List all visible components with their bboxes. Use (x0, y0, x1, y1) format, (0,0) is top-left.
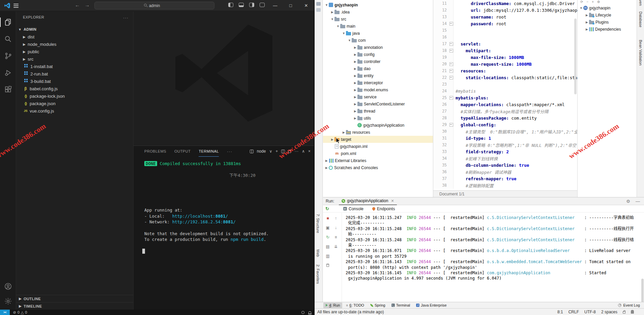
search-sidebar-icon[interactable] (0, 32, 16, 46)
remote-indicator[interactable]: >< (0, 310, 10, 315)
tree-item[interactable]: ▼main (323, 23, 433, 30)
editor-line[interactable]: 36 #刷新mapper 调试神器 (433, 168, 577, 175)
split-terminal-icon[interactable] (281, 150, 285, 153)
panel-tab-output[interactable]: OUTPUT (174, 146, 191, 157)
explorer-item[interactable]: {}package.json (16, 100, 133, 107)
endpoints-tab[interactable]: Endpoints (372, 207, 395, 211)
tree-item[interactable]: ▶utils (323, 115, 433, 122)
terminal-output[interactable]: DONE Compiled successfully in 13881ms 下午… (134, 157, 314, 254)
tree-item[interactable]: gxjyzhaopin.iml (323, 143, 433, 150)
chevron-right-icon[interactable]: ▶ (353, 109, 357, 113)
chevron-right-icon[interactable]: ▶ (353, 117, 357, 120)
editor-line[interactable]: 34 #驼峰下划线转换 (433, 155, 577, 162)
chevron-right-icon[interactable]: ▶ (585, 13, 589, 17)
tree-item[interactable]: ▶.idea (323, 8, 433, 15)
panel-tabs-more-icon[interactable]: ··· (227, 149, 232, 154)
maven-toolwindow-tab[interactable]: Maven (639, 0, 643, 6)
print-icon[interactable]: ▥ (325, 253, 330, 259)
explorer-item[interactable]: 3-build.bat (16, 77, 133, 85)
chevron-right-icon[interactable]: ▶ (353, 46, 357, 49)
close-panel-icon[interactable]: × (308, 149, 311, 154)
tree-item[interactable]: ▼com (323, 37, 433, 44)
chevron-down-icon[interactable]: ▼ (336, 25, 340, 28)
inspections-hector-icon[interactable] (631, 310, 634, 314)
command-center-search[interactable] (94, 2, 214, 9)
toolwindow-button-java-enterprise[interactable]: JJava Enterprise (414, 303, 449, 308)
terminal-shell-label[interactable]: node (257, 149, 266, 154)
line-separator[interactable]: CRLF (568, 310, 579, 314)
feedback-smiley-icon[interactable] (301, 311, 304, 314)
explorer-item[interactable]: JSvue.config.js (16, 107, 133, 115)
chevron-down-icon[interactable]: ∨ (269, 149, 272, 154)
tree-item[interactable]: ▶thread (323, 107, 433, 115)
project-root-row[interactable]: ▼ ADMIN (16, 26, 133, 33)
editor-line[interactable]: 11 driverClassName: com.mysql.cj.jdbc.Dr… (433, 0, 577, 7)
maven-item[interactable]: ▶Lifecycle (578, 11, 637, 19)
chevron-down-icon[interactable]: ▼ (342, 32, 346, 35)
favorites-toolwindow-tab[interactable]: 2: Favorites (316, 264, 320, 284)
terminal-link[interactable]: http://192.168.2.54: (172, 219, 223, 224)
dump-icon[interactable]: ▤ (325, 244, 330, 249)
maven-item[interactable]: ▶Dependencies (578, 26, 637, 33)
close-button[interactable]: ✕ (298, 0, 314, 11)
editor-line[interactable]: 38 #逻辑删除配置 (433, 182, 577, 189)
chevron-right-icon[interactable]: ▶ (353, 95, 357, 99)
chevron-right-icon[interactable]: ▶ (324, 159, 329, 162)
refresh-icon[interactable]: ⟳ (580, 0, 583, 4)
terminal-link[interactable]: / (226, 214, 228, 219)
editor-line[interactable]: 22 static-locations: classpath:static/,f… (433, 74, 577, 81)
forward-arrow-icon[interactable]: → (85, 2, 90, 8)
editor-scrollbar[interactable] (574, 19, 577, 94)
customize-layout-icon[interactable] (260, 3, 265, 7)
editor-line[interactable]: 35 db-column-underline: true (433, 162, 577, 168)
tree-item[interactable]: ▼gxjyzhaopin (323, 1, 433, 8)
fold-marker-icon[interactable] (449, 121, 453, 128)
soft-wrap-icon[interactable]: ≡ (333, 234, 339, 240)
editor-line[interactable]: 27 #实体扫描，多个package用逗号或者分号分隔 (433, 108, 577, 115)
editor-line[interactable]: 29 global-config: (433, 121, 577, 128)
chevron-right-icon[interactable]: ▶ (353, 67, 357, 70)
chevron-right-icon[interactable]: ▶ (342, 131, 346, 134)
bean-validation-toolwindow-tab[interactable]: Bean Validation (639, 40, 643, 65)
run-console-output[interactable]: 2025-03-20 16:31:15.247 INFO 26544 --- [… (342, 213, 644, 302)
settings-gear-icon[interactable] (0, 294, 16, 308)
event-log-button[interactable]: Event Log (618, 303, 640, 307)
tree-item[interactable]: ▶interceptor (323, 79, 433, 86)
editor-line[interactable]: 24#mybatis (433, 88, 577, 94)
maven-item[interactable]: ▶Plugins (578, 19, 637, 26)
run-debug-icon[interactable] (0, 66, 16, 80)
editor-line[interactable]: 28 typeAliasesPackage: com.entity (433, 115, 577, 121)
tree-item[interactable]: mpom.xml (323, 150, 433, 157)
run-configuration-tab[interactable]: gxjyzhaopinApplication ✕ (339, 197, 397, 205)
explorer-item[interactable]: ▶public (16, 48, 133, 55)
editor-line[interactable]: 19 max-file-size: 1000MB (433, 54, 577, 61)
editor-line[interactable]: 15 (433, 27, 577, 34)
file-encoding[interactable]: UTF-8 (584, 310, 596, 314)
explorer-item[interactable]: {}package-lock.json (16, 92, 133, 100)
chevron-right-icon[interactable]: ▶ (330, 10, 334, 14)
chevron-down-icon[interactable]: ▼ (579, 6, 583, 10)
toggle-sidebar-icon[interactable] (228, 3, 233, 7)
fold-marker-icon[interactable] (449, 20, 453, 27)
editor-line[interactable]: 20 max-request-size: 1000MB (433, 61, 577, 67)
maximize-button[interactable]: □ (283, 0, 298, 11)
add-icon[interactable]: + (592, 0, 594, 4)
fold-marker-icon[interactable] (449, 40, 453, 47)
editor-line[interactable]: 33 field-strategy: 2 (433, 148, 577, 155)
structure-toolwindow-tab[interactable]: 7: Structure (316, 214, 320, 233)
hide-panel-icon[interactable]: — (636, 199, 640, 204)
toggle-panel-icon[interactable] (239, 3, 244, 7)
editor-line[interactable]: 25mybatis-plus: (433, 94, 577, 101)
extensions-icon[interactable] (0, 83, 16, 96)
panel-tab-problems[interactable]: PROBLEMS (144, 146, 166, 157)
source-control-icon[interactable] (0, 49, 16, 63)
chevron-right-icon[interactable]: ▶ (585, 21, 589, 24)
down-arrow-icon[interactable]: ↓ (333, 225, 339, 230)
tree-item[interactable]: ▶service (323, 93, 433, 100)
explorer-icon[interactable] (0, 15, 16, 29)
editor-line[interactable]: 13 username: root (433, 13, 577, 20)
menu-hamburger-icon[interactable] (13, 3, 19, 9)
chevron-down-icon[interactable]: ▼ (324, 3, 329, 7)
chevron-right-icon[interactable]: ▶ (324, 166, 329, 169)
chevron-right-icon[interactable]: ▶ (585, 28, 589, 31)
